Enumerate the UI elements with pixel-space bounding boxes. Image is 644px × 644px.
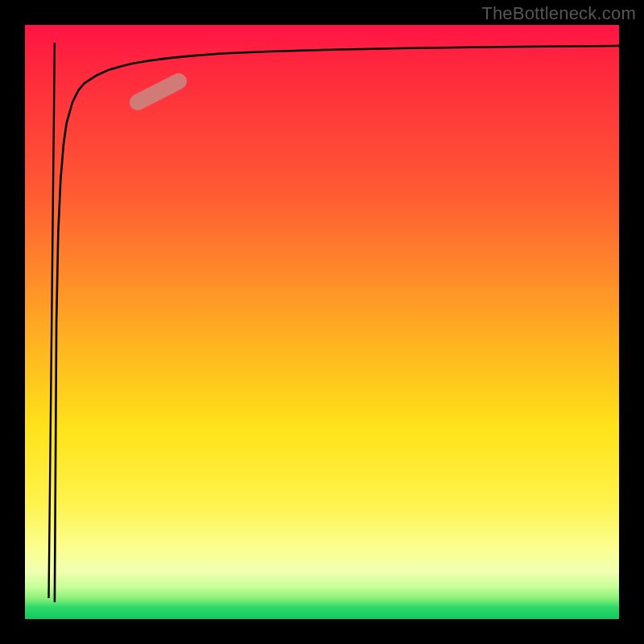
frame-bottom	[0, 619, 644, 644]
plot-background-gradient	[25, 25, 619, 619]
watermark-text: TheBottleneck.com	[481, 3, 636, 24]
frame-right	[619, 0, 644, 644]
chart-stage: TheBottleneck.com	[0, 0, 644, 644]
frame-left	[0, 0, 25, 644]
